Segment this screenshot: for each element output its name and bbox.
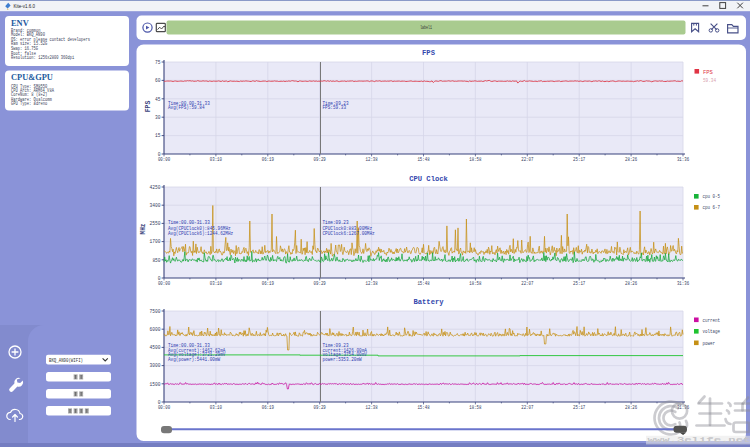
svg-text:75: 75 <box>155 59 161 66</box>
svg-text:1500: 1500 <box>150 381 162 388</box>
svg-text:Avg(power):5441.00mW: Avg(power):5441.00mW <box>168 357 220 362</box>
svg-text:4250: 4250 <box>150 184 162 191</box>
svg-text:1700: 1700 <box>150 238 162 245</box>
svg-text:25:17: 25:17 <box>573 157 585 163</box>
svg-text:Kite-v1.6.0: Kite-v1.6.0 <box>14 3 35 9</box>
svg-text:FPS: FPS <box>422 48 435 57</box>
svg-text:45: 45 <box>155 96 161 103</box>
svg-text:28:26: 28:26 <box>625 157 637 163</box>
svg-text:BKQ_AN90(WIFI): BKQ_AN90(WIFI) <box>49 358 83 364</box>
svg-text:06:19: 06:19 <box>262 405 274 411</box>
svg-text:22:07: 22:07 <box>521 281 533 287</box>
svg-text:850: 850 <box>152 257 161 264</box>
svg-text:Battery: Battery <box>413 297 443 306</box>
svg-text:03:10: 03:10 <box>210 157 222 163</box>
svg-text:00:00: 00:00 <box>158 405 170 411</box>
svg-text:cpu 6-7: cpu 6-7 <box>703 205 721 211</box>
svg-text:12:38: 12:38 <box>366 157 378 163</box>
svg-text:06:19: 06:19 <box>262 157 274 163</box>
svg-text:power:5353.20mW: power:5353.20mW <box>323 357 362 362</box>
svg-text:MHz: MHz <box>139 224 147 235</box>
svg-text:31:36: 31:36 <box>677 281 689 287</box>
svg-text:Resolution: 1256x2800 360dpi: Resolution: 1256x2800 360dpi <box>11 55 74 60</box>
svg-text:09:29: 09:29 <box>314 405 326 411</box>
svg-text:22:07: 22:07 <box>521 405 533 411</box>
svg-text:Time:09.23: Time:09.23 <box>323 220 349 225</box>
svg-text:voltage: voltage <box>703 329 721 335</box>
svg-text:power: power <box>703 341 716 347</box>
svg-text:15:48: 15:48 <box>417 281 429 287</box>
svg-text:03:10: 03:10 <box>210 281 222 287</box>
svg-text:CPUClock6:1267.00MHz: CPUClock6:1267.00MHz <box>323 231 375 236</box>
svg-text:2550: 2550 <box>150 220 162 227</box>
svg-text:Avg(FPS):59.84: Avg(FPS):59.84 <box>168 105 205 110</box>
svg-text:09:29: 09:29 <box>314 157 326 163</box>
svg-text:current: current <box>703 318 721 324</box>
svg-text:12:38: 12:38 <box>366 281 378 287</box>
svg-text:30: 30 <box>155 114 161 121</box>
svg-text:12:38: 12:38 <box>366 405 378 411</box>
svg-text:03:10: 03:10 <box>210 405 222 411</box>
svg-text:22:07: 22:07 <box>521 157 533 163</box>
svg-text:31:36: 31:36 <box>677 157 689 163</box>
svg-text:59.34: 59.34 <box>703 78 716 84</box>
svg-text:7500: 7500 <box>150 308 162 315</box>
svg-text:28:26: 28:26 <box>625 405 637 411</box>
svg-text:CPUClock0:883.00MHz: CPUClock0:883.00MHz <box>323 226 373 231</box>
svg-text:label1: label1 <box>420 25 432 31</box>
svg-text:25:17: 25:17 <box>573 281 585 287</box>
svg-text:3400: 3400 <box>150 202 162 209</box>
svg-text:FPS:59.33: FPS:59.33 <box>323 105 347 110</box>
svg-text:www.3elife.net: www.3elife.net <box>648 436 750 444</box>
svg-text:FPS: FPS <box>703 69 713 76</box>
svg-text:Avg(CPUClock0):845.96MHz: Avg(CPUClock0):845.96MHz <box>168 226 231 231</box>
svg-text:18:58: 18:58 <box>469 281 481 287</box>
svg-text:25:17: 25:17 <box>573 405 585 411</box>
svg-text:Avg(CPUClock6):1244.62MHz: Avg(CPUClock6):1244.62MHz <box>168 231 233 236</box>
svg-text:6000: 6000 <box>150 326 162 333</box>
svg-text:3000: 3000 <box>150 362 162 369</box>
svg-text:15: 15 <box>155 132 161 139</box>
svg-text:60: 60 <box>155 77 161 84</box>
svg-text:4500: 4500 <box>150 344 162 351</box>
svg-text:CPU Clock: CPU Clock <box>409 174 448 183</box>
svg-text:15:48: 15:48 <box>417 405 429 411</box>
svg-text:00:00: 00:00 <box>158 157 170 163</box>
svg-text:15:48: 15:48 <box>417 157 429 163</box>
svg-text:FPS: FPS <box>144 101 152 113</box>
svg-text:cpu 0-5: cpu 0-5 <box>703 194 721 200</box>
svg-text:GPU Type: adreno: GPU Type: adreno <box>11 101 47 106</box>
svg-text:CPU&GPU: CPU&GPU <box>11 73 53 82</box>
svg-text:09:29: 09:29 <box>314 281 326 287</box>
svg-text:00:00: 00:00 <box>158 281 170 287</box>
svg-text:18:58: 18:58 <box>469 405 481 411</box>
svg-text:Time:00.00-31.33: Time:00.00-31.33 <box>168 220 210 225</box>
svg-text:18:58: 18:58 <box>469 157 481 163</box>
svg-text:06:19: 06:19 <box>262 281 274 287</box>
svg-text:28:26: 28:26 <box>625 281 637 287</box>
